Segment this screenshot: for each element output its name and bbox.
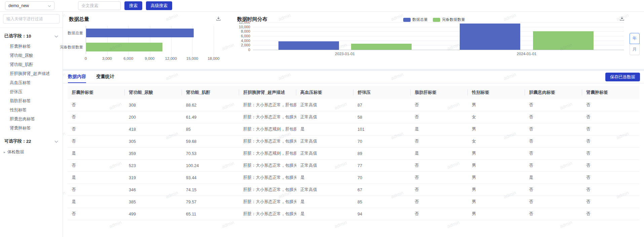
axis-tick-label: 2,000 [241,43,250,47]
sidebar-field-item[interactable]: 肾功能_尿酸 [0,51,63,60]
sidebar-field-item[interactable]: 脂肪肝标签 [0,96,63,106]
table-row[interactable]: 是38579.57肝脏：大小形态正常，包膜光...是85否男否否 [68,196,639,208]
sidebar-field-item[interactable]: 肝胆胰脾肾_超声描述 [0,69,63,78]
sidebar-field-item[interactable]: 肾囊肿标签 [0,124,63,133]
field-filter-input[interactable] [3,14,60,24]
table-row[interactable]: 否41885肝脏：大小形态规则，肝包膜...是101是男否否 [68,123,639,135]
table-cell: 男 [468,123,525,135]
sidebar-field-item[interactable]: 舒张压 [0,87,63,96]
table-cell: 200 [125,111,182,123]
sidebar-field-item[interactable]: 性别标签 [0,106,63,115]
chart-bar[interactable] [278,41,339,50]
optional-fields-label: 可选字段： [4,138,26,144]
optional-fields-header[interactable]: 可选字段： 22 [0,138,63,144]
table-row[interactable]: 否523100.24肝脏：大小形态正常，包膜光...正常高值77否男否否 [68,160,639,172]
table-cell: 319 [125,172,182,184]
top-bar: demo_new 搜索 高级搜索 [0,0,644,12]
table-row[interactable]: 否30888.62肝脏：大小形态正常，肝包膜...正常高值87否男否否 [68,99,639,111]
download-icon[interactable] [619,16,624,23]
table-header-cell[interactable]: 肾囊肿标签 [582,86,639,99]
table-row[interactable]: 否30559.68肝脏：大小形态正常，包膜光...正常高值70否女否否 [68,135,639,148]
sidebar-field-item[interactable]: 高血压标签 [0,78,63,87]
gridline [253,27,624,27]
legend-item[interactable]: 数据总量 [403,17,428,22]
advanced-search-button[interactable]: 高级搜索 [146,1,172,10]
sidebar-tree-item[interactable]: ▸体检数据 [0,147,63,157]
chart-bar[interactable] [351,44,412,50]
table-cell: 88.62 [182,99,239,111]
sidebar-field-item[interactable]: 肾功能_肌酐 [0,60,63,69]
table-cell: 85 [182,123,239,135]
table-cell: 否 [68,123,125,135]
dataset-select[interactable]: demo_new [5,1,54,10]
table-header-cell[interactable]: 肝囊肿标签 [68,86,125,99]
table-row[interactable]: 是31993.44肝脏：大小形态正常，包膜光...是70否男是否 [68,172,639,184]
table-cell: 正常高值 [296,99,353,111]
table-row[interactable]: 否20061.49肝脏：大小形态正常，包膜光...正常高值58否女否否 [68,111,639,123]
optional-fields-count: 22 [26,139,31,144]
table-cell: 肝脏：大小形态正常，包膜光... [239,160,296,171]
table-cell: 是 [296,172,353,184]
table-cell: 否 [411,160,468,171]
table-cell: 否 [525,160,582,171]
time-distribution-chart: 数据时间分布 数据总量完备数据数量 12,00010,0008,0006,000… [231,12,644,69]
table-header-cell[interactable]: 胆囊息肉标签 [525,86,582,99]
year-toggle-button[interactable]: 年 [630,33,640,44]
download-icon[interactable] [216,16,221,23]
table-cell: 女 [468,111,525,123]
dataset-select-value: demo_new [8,3,29,8]
table-header-cell[interactable]: 肾功能_尿酸 [125,86,182,99]
legend-swatch-icon [403,18,411,22]
time-chart-plot: 12,00010,0008,0006,0004,0002,00002023-01… [253,22,624,50]
fulltext-search-input[interactable] [78,1,121,10]
table-cell: 70 [353,135,411,147]
chart-bar[interactable] [86,29,194,37]
chart-bar[interactable] [86,43,162,51]
chart-bar[interactable] [460,24,520,50]
chart-bar[interactable] [533,31,594,50]
table-row[interactable]: 是35970.53肝脏：大小形态规则，肝包膜...正常高值89是男否否 [68,148,639,160]
table-cell: 否 [582,172,639,184]
table-cell: 79.57 [182,196,239,208]
table-cell: 是 [296,196,353,208]
table-cell: 61.49 [182,111,239,123]
tab-data-content[interactable]: 数据内容 [68,71,86,83]
sidebar-field-item[interactable]: 胆囊息肉标签 [0,115,63,124]
table-header-cell[interactable]: 舒张压 [353,86,411,99]
table-cell: 否 [68,99,125,111]
table-cell: 男 [468,172,525,184]
charts-panel: 数据总量 数据总量完备数据数量 03,0006,0009,00012,00015… [63,12,644,69]
table-header-cell[interactable]: 肾功能_肌酐 [182,86,239,99]
table-header-cell[interactable]: 肝胆胰脾肾_超声描述 [239,86,296,99]
sidebar-field-item[interactable]: 肝囊肿标签 [0,42,63,51]
search-button[interactable]: 搜索 [124,1,142,10]
selected-fields-count: 10 [26,34,31,39]
table-cell: 男 [468,208,525,220]
table-cell: 否 [582,135,639,147]
fields-sidebar: 已选字段： 10 肝囊肿标签肾功能_尿酸肾功能_肌酐肝胆胰脾肾_超声描述高血压标… [0,12,63,237]
month-toggle-button[interactable]: 月 [630,44,640,55]
gridline [214,26,214,56]
axis-tick-label: 15,000 [186,56,198,61]
table-header-cell[interactable]: 性别标签 [468,86,525,99]
axis-tick-label: 10,000 [239,25,250,29]
tab-variable-statistics[interactable]: 变量统计 [96,71,114,83]
table-cell: 是 [68,148,125,159]
table-row[interactable]: 否34674.15肝脏：大小形态正常，包膜光...正常高值67否男否否 [68,184,639,196]
table-cell: 否 [525,148,582,159]
table-cell: 87 [353,99,411,111]
chevron-down-icon [54,34,58,39]
table-header-cell[interactable]: 脂肪肝标签 [411,86,468,99]
category-label: 完备数据数量 [60,45,83,50]
table-header-cell[interactable]: 高血压标签 [296,86,353,99]
save-selected-data-button[interactable]: 保存已选数据 [605,73,640,81]
selected-fields-header[interactable]: 已选字段： 10 [0,33,63,39]
table-cell: 是 [296,208,353,220]
caret-right-icon[interactable]: ▸ [4,150,5,154]
table-cell: 否 [582,160,639,171]
legend-item[interactable]: 完备数据数量 [433,17,465,22]
axis-tick-label: 2024-01-01 [517,52,537,56]
table-row[interactable]: 否49965.11肝脏：大小形态正常，包膜光...是94否男否否 [68,208,639,220]
table-cell: 否 [68,208,125,220]
table-cell: 肝脏：大小形态正常，肝包膜... [239,99,296,111]
